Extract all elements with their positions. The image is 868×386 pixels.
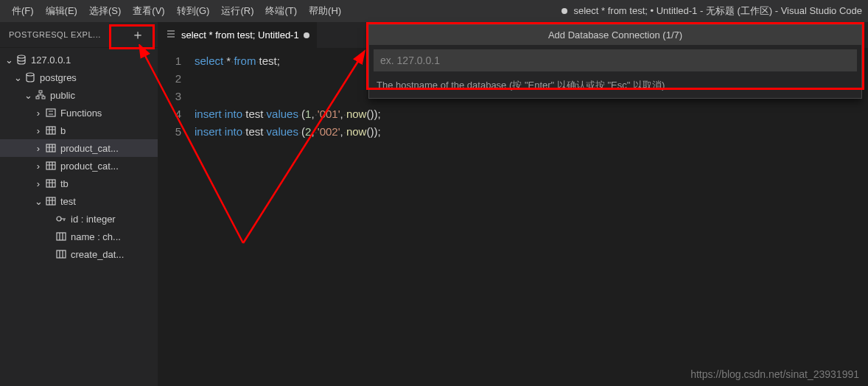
table-icon [44, 124, 57, 136]
server-icon [15, 54, 28, 66]
chevron-right-icon: › [32, 143, 44, 154]
svg-rect-6 [46, 127, 55, 134]
quick-input-title: Add Database Connection (1/7) [369, 25, 861, 45]
schema-icon [34, 89, 47, 101]
menu-item[interactable]: 帮助(H) [303, 0, 347, 22]
svg-point-11 [57, 217, 61, 221]
tree-functions[interactable]: › Functions [0, 104, 158, 122]
sidebar-title: POSTGRESQL EXPL... [9, 30, 127, 39]
svg-rect-12 [57, 233, 66, 240]
chevron-right-icon: › [32, 161, 44, 172]
tab-label: select * from test; Untitled-1 [181, 29, 299, 41]
svg-rect-2 [39, 91, 42, 93]
svg-point-0 [18, 55, 25, 58]
svg-rect-7 [46, 144, 55, 152]
menu-item[interactable]: 运行(R) [215, 0, 259, 22]
svg-rect-10 [46, 197, 55, 205]
table-icon [44, 142, 57, 154]
svg-rect-9 [46, 180, 55, 187]
column-icon [55, 248, 68, 260]
svg-point-1 [27, 73, 34, 76]
menu-item[interactable]: 查看(V) [127, 0, 170, 22]
svg-rect-3 [36, 96, 39, 99]
tree-column[interactable]: id : integer [0, 210, 158, 228]
tree-table[interactable]: ›b [0, 122, 158, 139]
tree-table[interactable]: ⌄test [0, 192, 158, 210]
watermark: https://blog.csdn.net/sinat_23931991 [690, 368, 859, 380]
menu-item[interactable]: 编辑(E) [40, 0, 83, 22]
quick-input-panel: Add Database Connection (1/7) The hostna… [368, 24, 862, 99]
tree-server[interactable]: ⌄ 127.0.0.1 [0, 51, 158, 69]
hostname-input[interactable] [374, 49, 857, 71]
tree-column[interactable]: create_dat... [0, 245, 158, 263]
chevron-down-icon: ⌄ [3, 55, 15, 66]
dirty-dot-icon [304, 32, 309, 38]
menubar: 件(F)编辑(E)选择(S)查看(V)转到(G)运行(R)终端(T)帮助(H) … [0, 0, 868, 22]
chevron-down-icon: ⌄ [22, 90, 34, 101]
dirty-dot-icon [561, 8, 567, 14]
tree-table[interactable]: ›product_cat... [0, 157, 158, 175]
chevron-down-icon: ⌄ [32, 196, 44, 207]
tree-table[interactable]: ›product_cat... [0, 139, 158, 157]
tree-database[interactable]: ⌄ postgres [0, 69, 158, 86]
chevron-right-icon: › [32, 108, 44, 119]
tree-schema[interactable]: ⌄ public [0, 86, 158, 104]
editor-tab[interactable]: select * from test; Untitled-1 [158, 22, 318, 48]
functions-icon [44, 107, 57, 119]
chevron-right-icon: › [32, 125, 44, 136]
menu-item[interactable]: 件(F) [6, 0, 40, 22]
database-icon [24, 71, 37, 83]
file-icon [165, 28, 177, 42]
svg-rect-8 [46, 162, 55, 169]
tree-table[interactable]: ›tb [0, 175, 158, 192]
menu-item[interactable]: 转到(G) [171, 0, 216, 22]
svg-rect-13 [57, 250, 66, 258]
menu-item[interactable]: 终端(T) [259, 0, 303, 22]
window-title: select * from test; • Untitled-1 - 无标题 (… [561, 4, 862, 18]
tree-column[interactable]: name : ch... [0, 228, 158, 245]
table-icon [44, 195, 57, 207]
key-icon [55, 213, 68, 225]
chevron-right-icon: › [32, 178, 44, 189]
quick-input-hint: The hostname of the database (按 "Enter" … [369, 76, 861, 98]
column-icon [55, 231, 68, 242]
svg-rect-4 [42, 96, 45, 99]
explorer-tree: ⌄ 127.0.0.1 ⌄ postgres ⌄ public [0, 48, 158, 266]
menu-item[interactable]: 选择(S) [83, 0, 127, 22]
chevron-down-icon: ⌄ [12, 72, 24, 83]
sidebar-header: POSTGRESQL EXPL... ＋ [0, 22, 158, 48]
table-icon [44, 178, 57, 189]
sidebar: POSTGRESQL EXPL... ＋ ⌄ 127.0.0.1 ⌄ postg… [0, 22, 158, 386]
add-connection-button[interactable]: ＋ [127, 24, 150, 45]
table-icon [44, 160, 57, 172]
svg-rect-5 [46, 109, 55, 116]
